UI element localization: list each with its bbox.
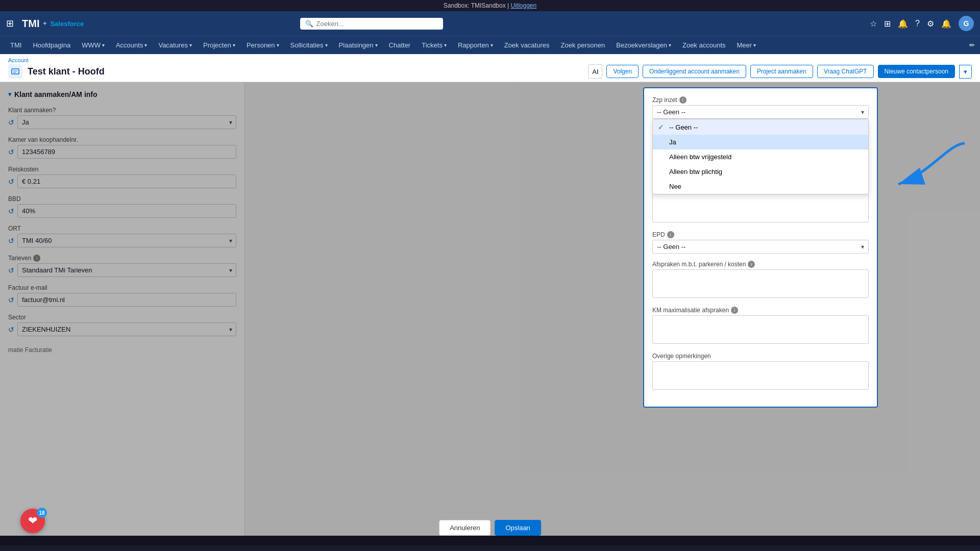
notification-icon[interactable]: 🔔: [941, 19, 951, 29]
nav-icons: ☆ ⊞ 🔔 ? ⚙ 🔔 G: [870, 16, 974, 31]
textarea-inwerkdagen[interactable]: [652, 194, 869, 222]
zzp-dropdown-trigger[interactable]: -- Geen -- ▾: [652, 105, 869, 119]
top-bar: Sandbox: TMISandbox | Uitloggen: [0, 0, 980, 11]
page-actions: AI Volgen Onderliggend account aanmaken …: [588, 64, 972, 79]
zzp-option-btw-plichtig[interactable]: Alleen btw plichtig: [653, 164, 868, 179]
zzp-option-ja[interactable]: Ja: [653, 135, 868, 149]
bell-icon[interactable]: 🔔: [898, 19, 908, 29]
project-button[interactable]: Project aanmaken: [750, 65, 813, 78]
menu-item-bezoekverslagen[interactable]: Bezoekverslagen ▾: [611, 39, 676, 51]
menu-label-personen: Personen: [247, 41, 275, 49]
nieuw-contact-button[interactable]: Nieuwe contactpersoon: [878, 65, 955, 78]
info-icon[interactable]: i: [667, 231, 674, 238]
actions-chevron-button[interactable]: ▾: [959, 65, 972, 79]
page-icon: [8, 64, 22, 79]
action-bar: Annuleren Opslaan: [439, 520, 541, 536]
textarea-km[interactable]: [652, 315, 869, 344]
settings-icon[interactable]: ⚙: [927, 19, 934, 29]
menu-item-zoek-personen[interactable]: Zoek personen: [556, 39, 610, 51]
zzp-option-btw-vrij[interactable]: Alleen btw vrijgesteld: [653, 149, 868, 164]
help-icon[interactable]: ?: [915, 19, 920, 28]
cancel-button[interactable]: Annuleren: [439, 520, 491, 536]
main-content: ▾ Klant aanmaken/AM info Klant aanmaken?…: [0, 82, 980, 545]
grid-icon[interactable]: ⊞: [6, 18, 14, 29]
logo-tmi: TMI: [22, 18, 39, 30]
menu-item-meer[interactable]: Meer ▾: [732, 39, 762, 51]
modal-label-opmerkingen: Overige opmerkingen: [652, 353, 869, 360]
modal-row-parkeren: Afspraken m.b.t. parkeren / kosten i: [652, 261, 869, 299]
zzp-option-nee[interactable]: Nee: [653, 179, 868, 194]
chevron-down-icon: ▾: [669, 42, 671, 48]
menu-label-rapporten: Rapporten: [458, 41, 489, 49]
info-icon[interactable]: i: [748, 261, 755, 268]
floating-heart-icon[interactable]: ❤ 18: [20, 509, 45, 533]
epd-dropdown-trigger[interactable]: -- Geen -- ▾: [652, 240, 869, 254]
chevron-down-icon: ▾: [491, 42, 493, 48]
modal-row-zzp: Zzp inzet i -- Geen -- ▾ ✓ -- Geen --: [652, 96, 869, 119]
menu-item-zoek-accounts[interactable]: Zoek accounts: [677, 39, 731, 51]
menu-item-plaatsingen[interactable]: Plaatsingen ▾: [334, 39, 383, 51]
menu-item-tickets[interactable]: Tickets ▾: [416, 39, 452, 51]
menu-label-hoofdpagina: Hoofdpagina: [33, 41, 70, 49]
menu-item-rapporten[interactable]: Rapporten ▾: [453, 39, 498, 51]
logout-link[interactable]: Uitloggen: [510, 2, 536, 9]
zzp-option-geen[interactable]: ✓ -- Geen --: [653, 119, 868, 135]
textarea-opmerkingen[interactable]: [652, 361, 869, 390]
epd-dropdown-container: -- Geen -- ▾: [652, 240, 869, 254]
chevron-down-icon: ▾: [861, 109, 864, 116]
star-icon[interactable]: ☆: [870, 19, 877, 29]
chevron-down-icon: ▾: [277, 42, 279, 48]
menu-item-sollicitaties[interactable]: Sollicitaties ▾: [285, 39, 333, 51]
chevron-down-icon: ▾: [861, 243, 864, 251]
page-header: Account Test klant - Hoofd AI Volgen Ond…: [0, 54, 980, 82]
search-bar[interactable]: 🔍: [300, 18, 443, 30]
menu-label-chatter: Chatter: [389, 41, 411, 49]
save-button[interactable]: Opslaan: [495, 520, 541, 536]
menu-bar: TMI Hoofdpagina WWW ▾ Accounts ▾ Vacatur…: [0, 36, 980, 54]
chevron-down-icon: ▾: [102, 42, 105, 48]
search-icon: 🔍: [305, 20, 313, 28]
menu-label-zoek-personen: Zoek personen: [561, 41, 605, 49]
breadcrumb: Account: [8, 57, 972, 63]
modal-row-opmerkingen: Overige opmerkingen: [652, 353, 869, 391]
menu-label-tmi: TMI: [10, 41, 21, 49]
menu-item-projecten[interactable]: Projecten ▾: [198, 39, 240, 51]
chevron-down-icon: ▾: [444, 42, 447, 48]
epd-selected-value: -- Geen --: [657, 243, 685, 251]
menu-label-tickets: Tickets: [422, 41, 443, 49]
nav-bar: ⊞ TMI ✦ Salesforce 🔍 ☆ ⊞ 🔔 ? ⚙ 🔔 G: [0, 11, 980, 36]
menu-item-tmi[interactable]: TMI: [5, 39, 27, 51]
menu-item-vacatures[interactable]: Vacatures ▾: [153, 39, 197, 51]
menu-label-www: WWW: [82, 41, 101, 49]
menu-item-zoek-vacatures[interactable]: Zoek vacatures: [499, 39, 555, 51]
chevron-down-icon: ▾: [233, 42, 235, 48]
avatar[interactable]: G: [959, 16, 974, 31]
check-icon: ✓: [658, 123, 666, 131]
menu-item-hoofdpagina[interactable]: Hoofdpagina: [28, 39, 76, 51]
edit-icon[interactable]: ✏: [969, 41, 975, 49]
search-input[interactable]: [316, 20, 438, 28]
chevron-down-icon: ▾: [325, 42, 328, 48]
apps-icon[interactable]: ⊞: [884, 19, 891, 29]
menu-item-chatter[interactable]: Chatter: [384, 39, 416, 51]
chevron-down-icon: ▾: [189, 42, 192, 48]
menu-item-personen[interactable]: Personen ▾: [241, 39, 284, 51]
chevron-down-icon: ▾: [753, 42, 756, 48]
menu-item-accounts[interactable]: Accounts ▾: [111, 39, 152, 51]
menu-label-projecten: Projecten: [203, 41, 231, 49]
info-icon[interactable]: i: [731, 307, 738, 314]
ai-icon[interactable]: AI: [588, 64, 602, 79]
chatgpt-button[interactable]: Vraag ChatGPT: [817, 65, 874, 78]
menu-label-plaatsingen: Plaatsingen: [339, 41, 374, 49]
svg-rect-0: [12, 69, 19, 74]
menu-label-zoek-vacatures: Zoek vacatures: [504, 41, 550, 49]
menu-label-vacatures: Vacatures: [158, 41, 188, 49]
onderliggend-button[interactable]: Onderliggend account aanmaken: [643, 65, 746, 78]
modal-label-km: KM maximalisatie afspraken i: [652, 307, 869, 314]
menu-item-www[interactable]: WWW ▾: [77, 39, 110, 51]
follow-button[interactable]: Volgen: [606, 65, 639, 78]
textarea-parkeren[interactable]: [652, 269, 869, 298]
modal-row-km: KM maximalisatie afspraken i: [652, 307, 869, 345]
info-icon[interactable]: i: [679, 96, 687, 104]
zzp-selected-value: -- Geen --: [657, 108, 685, 116]
